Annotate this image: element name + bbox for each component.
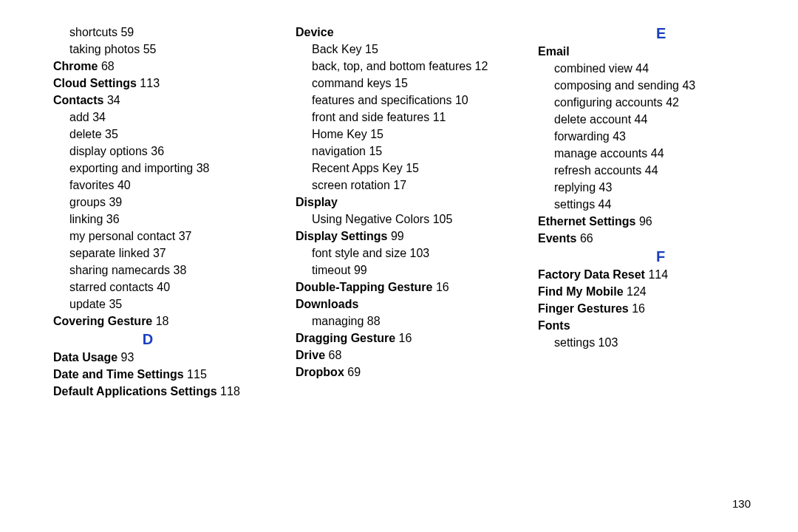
- index-entry-page: 103: [410, 247, 430, 259]
- index-heading: Fonts: [538, 317, 757, 334]
- index-entry-text: update: [69, 298, 106, 310]
- index-entry-page: 38: [197, 162, 210, 174]
- index-heading: Drive 68: [296, 347, 514, 364]
- index-entry-text: linking: [69, 213, 103, 225]
- index-entry-page: 44: [598, 198, 612, 211]
- index-entry-text: manage accounts: [554, 147, 647, 160]
- index-entry-text: back, top, and bottom features: [312, 60, 471, 72]
- index-entry-page: 34: [92, 111, 106, 123]
- section-letter-label: E: [656, 25, 666, 41]
- index-entry-text: Date and Time Settings: [53, 368, 184, 381]
- index-heading: Device: [296, 24, 514, 41]
- index-subentry: delete account 44: [538, 111, 757, 128]
- index-heading: Email: [538, 43, 757, 60]
- index-entry-text: configuring accounts: [554, 96, 663, 109]
- index-subentry: refresh accounts 44: [538, 162, 757, 179]
- index-entry-page: 40: [157, 281, 170, 293]
- index-entry-page: 114: [648, 268, 668, 281]
- index-subentry: shortcuts 59: [53, 24, 272, 41]
- index-entry-text: taking photos: [69, 43, 140, 55]
- index-subentry: taking photos 55: [53, 41, 272, 58]
- index-entry-text: Data Usage: [53, 351, 117, 364]
- index-entry-page: 35: [105, 128, 118, 140]
- index-entry-page: 34: [107, 94, 120, 106]
- section-letter-F: F: [656, 247, 757, 266]
- index-entry-text: starred contacts: [69, 281, 154, 293]
- index-entry-page: 15: [395, 77, 408, 89]
- index-heading: Factory Data Reset 114: [538, 266, 757, 283]
- index-entry-page: 44: [635, 62, 649, 75]
- index-entry-page: 12: [475, 60, 488, 72]
- index-entry-text: Downloads: [296, 298, 358, 310]
- index-entry-page: 15: [365, 43, 378, 55]
- index-entry-text: timeout: [312, 264, 350, 276]
- index-heading: Contacts 34: [53, 92, 272, 109]
- index-heading: Display: [296, 194, 514, 211]
- index-entry-text: replying: [554, 181, 596, 194]
- index-entry-text: features and specifications: [312, 94, 451, 106]
- index-heading: Double-Tapping Gesture 16: [296, 279, 514, 296]
- index-entry-text: Covering Gesture: [53, 315, 152, 327]
- index-entry-text: settings: [554, 198, 595, 211]
- index-heading: Cloud Settings 113: [53, 75, 272, 92]
- index-entry-page: 124: [627, 285, 647, 298]
- index-subentry: composing and sending 43: [538, 77, 757, 94]
- index-subentry: display options 36: [53, 143, 272, 160]
- index-entry-page: 99: [354, 264, 367, 276]
- index-column-2: DeviceBack Key 15back, top, and bottom f…: [296, 24, 514, 400]
- index-subentry: font style and size 103: [296, 245, 514, 262]
- index-heading: Chrome 68: [53, 58, 272, 75]
- index-entry-page: 113: [140, 77, 160, 89]
- index-entry-page: 10: [455, 94, 468, 106]
- index-subentry: separate linked 37: [53, 245, 272, 262]
- index-entry-page: 16: [632, 302, 645, 315]
- index-entry-page: 38: [174, 264, 187, 276]
- index-entry-text: Ethernet Settings: [538, 215, 635, 228]
- index-entry-page: 18: [156, 315, 169, 327]
- index-columns: shortcuts 59taking photos 55Chrome 68Clo…: [53, 24, 757, 400]
- index-entry-text: Events: [538, 232, 576, 245]
- index-subentry: configuring accounts 42: [538, 94, 757, 111]
- index-entry-page: 11: [433, 111, 446, 123]
- index-entry-text: Default Applications Settings: [53, 385, 217, 398]
- index-entry-text: Dropbox: [296, 366, 344, 378]
- index-page: shortcuts 59taking photos 55Chrome 68Clo…: [0, 0, 798, 532]
- index-entry-page: 15: [406, 162, 419, 174]
- section-letter-D: D: [53, 330, 242, 349]
- index-entry-text: groups: [69, 196, 106, 208]
- index-subentry: sharing namecards 38: [53, 262, 272, 279]
- index-entry-page: 115: [187, 368, 207, 381]
- index-subentry: navigation 15: [296, 143, 514, 160]
- index-subentry: linking 36: [53, 211, 272, 228]
- index-entry-page: 93: [121, 351, 134, 364]
- index-subentry: Home Key 15: [296, 126, 514, 143]
- index-entry-page: 103: [598, 336, 618, 349]
- index-entry-page: 59: [120, 26, 134, 38]
- index-heading: Dropbox 69: [296, 364, 514, 381]
- index-entry-text: font style and size: [312, 247, 406, 259]
- index-entry-text: Display: [296, 196, 338, 208]
- index-entry-text: sharing namecards: [69, 264, 170, 276]
- index-entry-text: delete: [69, 128, 102, 140]
- index-entry-text: composing and sending: [554, 79, 679, 92]
- index-entry-text: screen rotation: [312, 179, 390, 191]
- index-heading: Downloads: [296, 296, 514, 313]
- index-heading: Find My Mobile 124: [538, 283, 757, 300]
- index-entry-text: Dragging Gesture: [296, 332, 395, 344]
- index-subentry: front and side features 11: [296, 109, 514, 126]
- index-entry-text: add: [69, 111, 89, 123]
- index-subentry: exporting and importing 38: [53, 160, 272, 177]
- index-subentry: starred contacts 40: [53, 279, 272, 296]
- index-subentry: groups 39: [53, 194, 272, 211]
- index-heading: Ethernet Settings 96: [538, 213, 757, 230]
- section-letter-label: D: [143, 331, 153, 347]
- index-entry-page: 68: [101, 60, 115, 72]
- index-entry-text: Email: [538, 45, 570, 58]
- index-entry-text: Find My Mobile: [538, 285, 624, 298]
- index-entry-page: 37: [153, 247, 166, 259]
- index-entry-page: 43: [598, 181, 612, 194]
- index-entry-text: display options: [69, 145, 148, 157]
- index-entry-text: favorites: [69, 179, 114, 191]
- index-subentry: update 35: [53, 296, 272, 313]
- index-entry-text: combined view: [554, 62, 632, 75]
